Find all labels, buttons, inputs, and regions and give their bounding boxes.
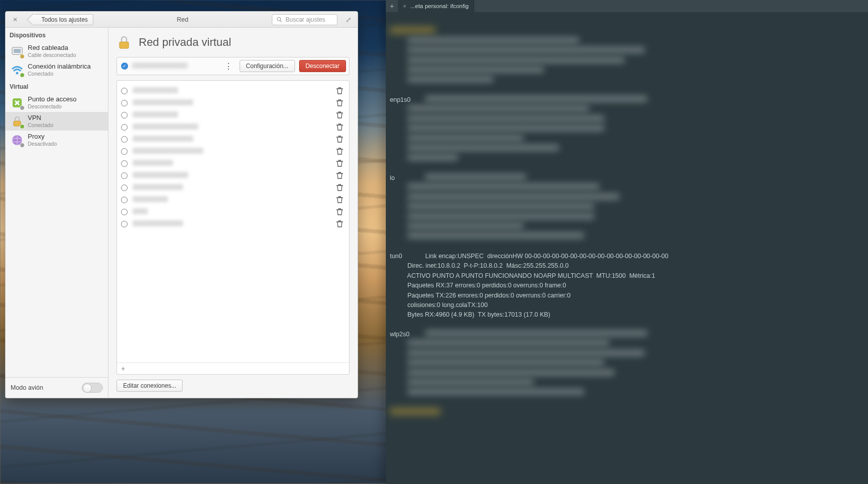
sidebar-item-hotspot[interactable]: Punto de acceso Desconectado	[6, 93, 108, 112]
vpn-connection-row[interactable]	[121, 218, 345, 230]
vpn-connection-name	[133, 195, 330, 204]
vpn-radio[interactable]	[121, 88, 128, 94]
window-title: Red	[96, 16, 269, 23]
vpn-connections-list: +	[117, 80, 350, 375]
delete-icon[interactable]	[334, 195, 345, 204]
active-connection-name	[132, 62, 217, 71]
lock-icon	[117, 35, 132, 50]
vpn-radio[interactable]	[121, 136, 128, 143]
search-input[interactable]	[285, 16, 333, 23]
search-icon	[276, 17, 282, 23]
terminal-tab-title: ...eta personal: ifconfig	[410, 3, 469, 9]
vpn-connection-name	[133, 207, 330, 216]
vpn-connection-name	[133, 98, 330, 107]
terminal-window: + × ...eta personal: ifconfig enp1s0 lo	[386, 0, 868, 484]
vpn-connection-name	[133, 183, 330, 192]
lock-icon	[11, 115, 24, 128]
sidebar-item-sub: Desactivado	[28, 141, 57, 147]
vpn-radio[interactable]	[121, 160, 128, 167]
delete-icon[interactable]	[334, 219, 345, 228]
configure-button[interactable]: Configuración...	[240, 60, 295, 72]
globe-icon	[11, 134, 24, 147]
sidebar-item-proxy[interactable]: Proxy Desactivado	[6, 131, 108, 149]
vpn-connection-name	[133, 159, 330, 168]
vpn-radio[interactable]	[121, 124, 128, 131]
wifi-icon	[11, 64, 24, 77]
disconnect-button[interactable]: Desconectar	[299, 60, 346, 72]
tun0-line: ACTIVO PUNTO A PUNTO FUNCIONANDO NOARP M…	[407, 272, 655, 279]
vpn-radio[interactable]	[121, 221, 128, 227]
tun0-line: Paquetes TX:226 errores:0 perdidos:0 ove…	[408, 292, 571, 299]
sidebar-item-wifi[interactable]: Conexión inalámbrica Conectado	[6, 60, 108, 79]
vpn-connection-name	[133, 219, 330, 228]
vpn-radio[interactable]	[121, 209, 128, 215]
titlebar: ✕ Todos los ajustes Red ⤢	[6, 12, 358, 28]
vpn-radio[interactable]	[121, 148, 128, 155]
vpn-connection-row[interactable]	[121, 206, 345, 218]
vpn-connection-row[interactable]	[121, 169, 345, 182]
delete-icon[interactable]	[334, 171, 345, 180]
add-connection-button[interactable]: +	[117, 362, 349, 374]
terminal-new-tab[interactable]: +	[386, 0, 398, 12]
iface-label: wlp2s0	[390, 330, 425, 339]
terminal-body[interactable]: enp1s0 lo tun0Link encap:UNSPEC direcció…	[386, 12, 868, 433]
delete-icon[interactable]	[334, 147, 345, 156]
vpn-connection-row[interactable]	[121, 97, 345, 109]
vpn-connection-row[interactable]	[121, 182, 345, 194]
vpn-radio[interactable]	[121, 100, 128, 106]
sidebar-item-sub: Conectado	[28, 122, 53, 128]
iface-label: tun0	[390, 252, 425, 261]
terminal-tab-close-icon[interactable]: ×	[403, 3, 406, 9]
sidebar-item-wired[interactable]: Red cableada Cable desconectado	[6, 42, 108, 60]
back-all-settings-button[interactable]: Todos los ajustes	[33, 14, 93, 25]
sidebar-item-sub: Conectado	[28, 71, 91, 77]
delete-icon[interactable]	[334, 183, 345, 192]
tun0-line: Link encap:UNSPEC direcciónHW 00-00-00-0…	[425, 253, 668, 260]
iface-label: lo	[390, 173, 425, 183]
tun0-line: Paquetes RX:37 errores:0 perdidos:0 over…	[408, 282, 566, 289]
delete-icon[interactable]	[334, 207, 345, 216]
vpn-connection-name	[133, 86, 330, 95]
airplane-mode-row: Modo avión	[6, 377, 108, 398]
iface-label: enp1s0	[390, 95, 425, 105]
delete-icon[interactable]	[334, 86, 345, 95]
vpn-connection-name	[133, 123, 330, 132]
vpn-connection-row[interactable]	[121, 85, 345, 97]
vpn-connection-row[interactable]	[121, 157, 345, 169]
delete-icon[interactable]	[334, 135, 345, 144]
vpn-radio[interactable]	[121, 172, 128, 179]
svg-point-0	[277, 17, 281, 21]
delete-icon[interactable]	[334, 98, 345, 107]
more-menu-button[interactable]: ⋮	[221, 62, 236, 71]
terminal-tab[interactable]: × ...eta personal: ifconfig	[398, 0, 474, 12]
sidebar-item-sub: Cable desconectado	[28, 52, 76, 58]
hotspot-icon	[11, 96, 24, 109]
vpn-radio[interactable]	[121, 112, 128, 118]
airplane-mode-toggle[interactable]	[82, 383, 103, 393]
sidebar-item-sub: Desconectado	[28, 103, 77, 109]
airplane-mode-label: Modo avión	[11, 384, 43, 391]
close-icon[interactable]: ✕	[10, 15, 21, 24]
vpn-connection-row[interactable]	[121, 133, 345, 145]
maximize-icon[interactable]: ⤢	[343, 16, 354, 24]
delete-icon[interactable]	[334, 123, 345, 132]
search-field[interactable]	[272, 14, 337, 25]
vpn-connection-row[interactable]	[121, 145, 345, 157]
svg-rect-3	[14, 49, 21, 53]
edit-connections-button[interactable]: Editar conexiones...	[117, 380, 183, 392]
sidebar-item-label: Proxy	[28, 133, 57, 141]
vpn-radio[interactable]	[121, 185, 128, 191]
vpn-connection-row[interactable]	[121, 194, 345, 206]
vpn-connection-name	[133, 147, 330, 156]
vpn-connection-row[interactable]	[121, 109, 345, 121]
delete-icon[interactable]	[334, 110, 345, 119]
delete-icon[interactable]	[334, 159, 345, 168]
svg-rect-9	[120, 42, 129, 48]
vpn-connection-name	[133, 171, 330, 180]
vpn-radio[interactable]	[121, 197, 128, 203]
sidebar: Dispositivos Red cableada Cable desconec…	[6, 28, 108, 398]
active-connection-bar: ✓ ⋮ Configuración... Desconectar	[117, 57, 350, 75]
vpn-connection-row[interactable]	[121, 121, 345, 133]
sidebar-item-vpn[interactable]: VPN Conectado	[6, 112, 108, 131]
svg-line-1	[280, 20, 282, 22]
